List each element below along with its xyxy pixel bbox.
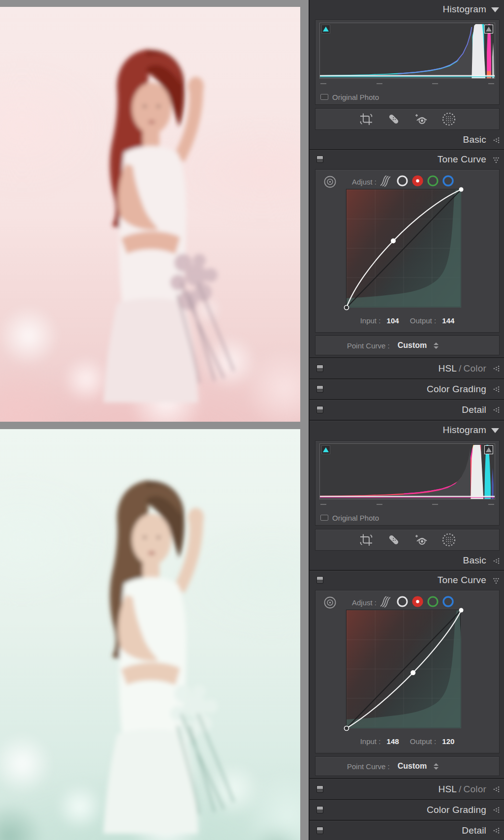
detail-panel-header[interactable]: Detail (310, 401, 504, 419)
curve-highlight-endpoint[interactable] (459, 187, 464, 192)
original-photo-checkbox[interactable] (320, 94, 328, 100)
color-grading-panel-header[interactable]: Color Grading (310, 801, 504, 819)
highlight-clip-triangle-icon (486, 27, 492, 31)
shadow-clipping-indicator[interactable] (321, 25, 330, 33)
collapse-dots-icon[interactable] (493, 156, 500, 163)
curve-shadow-endpoint[interactable] (345, 306, 349, 310)
portrait-figure (0, 438, 300, 840)
panel-section-teal-edit: Histogram (310, 421, 504, 840)
blue-channel-icon[interactable] (442, 595, 454, 608)
green-channel-icon[interactable] (427, 175, 439, 187)
blue-channel-icon[interactable] (442, 175, 454, 187)
masking-tool-icon[interactable] (441, 532, 456, 547)
expand-dots-icon[interactable] (493, 786, 500, 793)
input-label: Input : (360, 316, 381, 325)
histogram-graph[interactable] (319, 23, 495, 79)
crop-tool-icon[interactable] (359, 112, 374, 126)
panel-toggle-switch[interactable] (316, 785, 323, 793)
histogram-graph[interactable] (319, 443, 495, 499)
basic-panel-header[interactable]: Basic (310, 552, 504, 569)
histogram-title: Histogram (443, 421, 486, 439)
tone-curve-graph[interactable] (346, 610, 461, 728)
point-curve-value[interactable]: Custom (398, 341, 427, 350)
parametric-curve-icon[interactable] (378, 174, 393, 187)
color-grading-panel-header[interactable]: Color Grading (310, 380, 504, 399)
collapse-dots-icon[interactable] (493, 577, 500, 584)
masking-tool-icon[interactable] (441, 112, 456, 126)
basic-title: Basic (463, 131, 486, 149)
parametric-curve-icon[interactable] (378, 594, 393, 608)
histogram-panel-header[interactable]: Histogram (310, 0, 504, 19)
output-value: 144 (442, 316, 454, 325)
tone-curve-editor[interactable] (346, 610, 461, 728)
curve-shadow-endpoint[interactable] (345, 726, 349, 731)
healing-brush-tool-icon[interactable] (386, 112, 401, 126)
point-curve-row: Point Curve : Custom (315, 756, 500, 776)
tone-curve-editor[interactable] (346, 189, 461, 307)
curve-io-readout: Input : 148 Output : 120 (315, 737, 499, 746)
original-photo-checkbox[interactable] (320, 515, 328, 521)
panel-toggle-switch[interactable] (316, 806, 323, 813)
tone-curve-graph[interactable] (346, 189, 461, 308)
original-photo-row[interactable]: Original Photo (320, 512, 379, 524)
highlight-clipping-indicator[interactable] (484, 25, 493, 33)
channel-selector (378, 174, 454, 187)
panel-toggle-switch[interactable] (316, 406, 323, 413)
highlight-clipping-indicator[interactable] (484, 445, 493, 454)
histogram-title: Histogram (443, 0, 486, 19)
adjust-label: Adjust : (352, 178, 377, 186)
hsl-color-panel-header[interactable]: HSL / Color (310, 780, 504, 799)
red-eye-tool-icon[interactable] (414, 532, 429, 547)
photo-canvas (0, 0, 309, 840)
panel-toggle-switch[interactable] (316, 156, 323, 163)
point-curve-channel-icon[interactable] (396, 595, 409, 608)
curve-control-point[interactable] (391, 239, 396, 244)
point-curve-stepper[interactable] (434, 342, 439, 349)
collapse-triangle-icon[interactable] (491, 7, 499, 12)
tone-curve-panel-header[interactable]: Tone Curve (310, 151, 504, 168)
histogram-panel-header[interactable]: Histogram (310, 421, 504, 439)
original-photo-label: Original Photo (332, 514, 379, 522)
targeted-adjustment-icon[interactable] (323, 596, 337, 609)
expand-dots-icon[interactable] (493, 406, 500, 413)
hsl-color-title: HSL / Color (439, 359, 486, 378)
portrait-figure (0, 7, 300, 420)
curve-control-point[interactable] (410, 670, 415, 675)
crop-tool-icon[interactable] (359, 532, 374, 547)
expand-dots-icon[interactable] (493, 386, 500, 393)
highlight-clip-triangle-icon (486, 447, 492, 452)
expand-dots-icon[interactable] (493, 558, 500, 564)
panel-toggle-switch[interactable] (316, 365, 323, 372)
output-value: 120 (442, 737, 454, 746)
targeted-adjustment-icon[interactable] (323, 175, 337, 188)
lightroom-develop-comparison: Histogram (0, 0, 504, 840)
input-label: Input : (360, 737, 381, 746)
tone-curve-panel-header[interactable]: Tone Curve (310, 571, 504, 589)
original-photo-row[interactable]: Original Photo (320, 91, 379, 103)
panel-toggle-switch[interactable] (316, 827, 323, 834)
red-eye-tool-icon[interactable] (414, 112, 429, 126)
healing-brush-tool-icon[interactable] (386, 532, 401, 547)
tool-strip (315, 529, 500, 551)
point-curve-channel-icon[interactable] (396, 175, 409, 187)
point-curve-value[interactable]: Custom (398, 762, 427, 771)
basic-panel-header[interactable]: Basic (310, 131, 504, 149)
histogram-ticks (320, 504, 494, 505)
photo-teal-tint (0, 429, 300, 840)
collapse-triangle-icon[interactable] (491, 428, 499, 433)
hsl-color-panel-header[interactable]: HSL / Color (310, 359, 504, 378)
original-photo-label: Original Photo (332, 93, 379, 101)
detail-panel-header[interactable]: Detail (310, 821, 504, 840)
expand-dots-icon[interactable] (493, 827, 500, 834)
expand-dots-icon[interactable] (493, 807, 500, 813)
shadow-clipping-indicator[interactable] (321, 445, 330, 454)
expand-dots-icon[interactable] (493, 365, 500, 372)
green-channel-icon[interactable] (427, 595, 439, 608)
red-channel-icon[interactable] (411, 175, 424, 187)
red-channel-icon[interactable] (411, 595, 424, 608)
panel-toggle-switch[interactable] (316, 385, 323, 393)
expand-dots-icon[interactable] (493, 137, 500, 144)
curve-highlight-endpoint[interactable] (459, 608, 464, 613)
panel-toggle-switch[interactable] (316, 576, 323, 584)
point-curve-stepper[interactable] (434, 763, 439, 770)
